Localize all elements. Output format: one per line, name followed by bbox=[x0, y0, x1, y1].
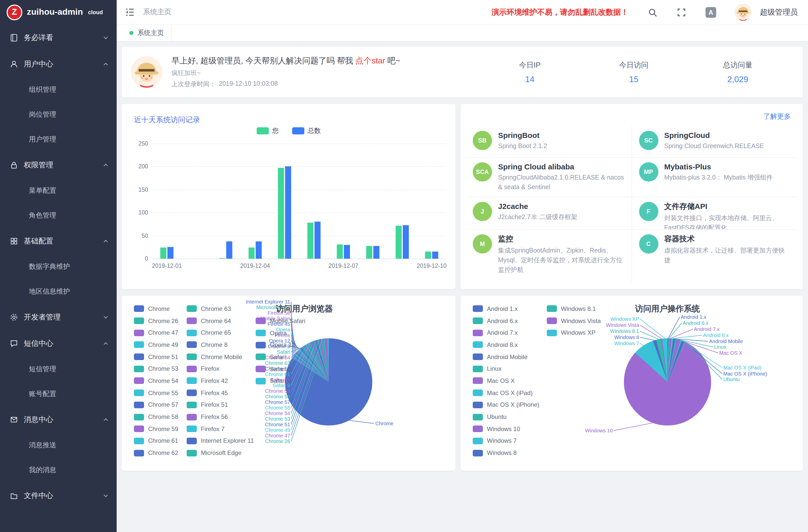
font-size-icon[interactable] bbox=[705, 7, 716, 18]
legend-item[interactable]: Windows 8 bbox=[473, 447, 539, 459]
sidebar-subitem-menu-config[interactable]: 菜单配置 bbox=[0, 178, 117, 203]
sidebar-subitem-post-mgmt[interactable]: 岗位管理 bbox=[0, 102, 117, 127]
legend-item[interactable]: Ubuntu bbox=[473, 411, 539, 423]
legend-item[interactable]: Chrome 54 bbox=[134, 375, 178, 387]
pie-callout-label: Windows 8.1 bbox=[610, 328, 639, 334]
legend-item[interactable]: Chrome 55 bbox=[134, 387, 178, 399]
legend-item[interactable]: Windows 7 bbox=[473, 435, 539, 447]
pie-callout-label: Chrome 54 bbox=[265, 410, 290, 416]
sidebar-subitem-account-config[interactable]: 账号配置 bbox=[0, 381, 117, 406]
stat-value[interactable]: 15 bbox=[582, 74, 686, 84]
legend-label: Microsoft Edge bbox=[201, 450, 241, 456]
sidebar-item-sms-center[interactable]: 短信中心 bbox=[0, 330, 117, 356]
legend-swatch bbox=[473, 329, 483, 336]
tab-home[interactable]: 系统主页 bbox=[122, 25, 172, 41]
bar-group bbox=[211, 144, 240, 259]
sidebar-item-must-read[interactable]: 务必详看 bbox=[0, 24, 117, 51]
avatar[interactable] bbox=[734, 3, 752, 21]
legend-item[interactable]: Firefox 7 bbox=[187, 423, 254, 435]
legend-item[interactable]: Chrome 59 bbox=[134, 423, 178, 435]
fullscreen-icon[interactable] bbox=[677, 7, 686, 17]
legend-item[interactable]: Android 7.x bbox=[473, 327, 539, 339]
sidebar-collapse-icon[interactable] bbox=[125, 7, 135, 17]
legend-item[interactable]: Chrome Mobile bbox=[187, 351, 254, 363]
legend-item[interactable]: Mobile Safari bbox=[256, 315, 305, 327]
legend-item[interactable]: Firefox 51 bbox=[187, 399, 254, 411]
legend-item[interactable]: Chrome 26 bbox=[134, 315, 178, 327]
legend-item[interactable]: Chrome 47 bbox=[134, 327, 178, 339]
legend-swatch bbox=[187, 353, 197, 360]
logo[interactable]: Z zuihou-admin cloud bbox=[0, 0, 117, 24]
legend-label: Linux bbox=[487, 365, 501, 372]
legend-item[interactable]: Safari bbox=[256, 351, 305, 363]
bar-group bbox=[299, 144, 329, 259]
legend-item[interactable]: Mac OS X (iPhone) bbox=[473, 399, 539, 411]
legend-item[interactable]: Windows Vista bbox=[547, 315, 601, 327]
legend-item[interactable]: Safari 9 bbox=[256, 375, 305, 387]
search-icon[interactable] bbox=[648, 7, 657, 17]
star-link[interactable]: 点个star bbox=[355, 56, 385, 65]
sidebar-item-message-center[interactable]: 消息中心 bbox=[0, 406, 117, 433]
legend-item[interactable]: Firefox 45 bbox=[187, 387, 254, 399]
greeting-title: 早上好, 超级管理员, 今天帮别人解决问题了吗 帮我 点个star 吧~ bbox=[171, 56, 400, 66]
sidebar-subitem-message-push[interactable]: 消息推送 bbox=[0, 433, 117, 457]
sidebar-item-basic-config[interactable]: 基础配置 bbox=[0, 228, 117, 254]
legend-label: Chrome 51 bbox=[148, 353, 178, 360]
stat-today-ip: 今日IP14 bbox=[478, 60, 582, 84]
legend-item[interactable]: Chrome 64 bbox=[187, 315, 254, 327]
legend-item[interactable]: Mac OS X (iPad) bbox=[473, 387, 539, 399]
legend-item[interactable]: Windows 8.1 bbox=[547, 303, 601, 315]
legend-item[interactable]: Windows XP bbox=[547, 327, 601, 339]
legend-item[interactable]: Internet Explorer 11 bbox=[187, 435, 254, 447]
legend-item[interactable]: Mac OS X bbox=[473, 375, 539, 387]
legend-item[interactable]: Firefox 42 bbox=[187, 375, 254, 387]
learn-more-link[interactable]: 了解更多 bbox=[764, 112, 791, 121]
stat-value[interactable]: 14 bbox=[478, 74, 582, 84]
legend-item-total[interactable]: 总数 bbox=[292, 126, 321, 135]
sidebar-item-user-center[interactable]: 用户中心 bbox=[0, 51, 117, 77]
sidebar-subitem-org-mgmt[interactable]: 组织管理 bbox=[0, 77, 117, 102]
legend-item[interactable]: Android 1.x bbox=[473, 303, 539, 315]
legend-item[interactable]: Chrome 53 bbox=[134, 363, 178, 375]
legend-item[interactable]: Firefox 56 bbox=[187, 411, 254, 423]
sidebar-item-permission-mgmt[interactable]: 权限管理 bbox=[0, 152, 117, 178]
tech-title: 文件存储API bbox=[664, 202, 791, 212]
legend-item[interactable]: Chrome 58 bbox=[134, 411, 178, 423]
sidebar-subitem-user-mgmt[interactable]: 用户管理 bbox=[0, 127, 117, 152]
sidebar-subitem-dict-maintain[interactable]: 数据字典维护 bbox=[0, 254, 117, 279]
browser-chart-card: 访问用户浏览器 ChromeChrome 26Chrome 47Chrome 4… bbox=[122, 296, 456, 471]
tech-item-container: C容器技术虚拟化容器技术，让迁移、部署更加方便快捷 bbox=[632, 230, 798, 282]
legend-item[interactable]: Chrome bbox=[134, 303, 178, 315]
legend-item[interactable]: Android Mobile bbox=[473, 351, 539, 363]
sidebar-subitem-area-maintain[interactable]: 地区信息维护 bbox=[0, 279, 117, 304]
legend-item[interactable]: Opera bbox=[256, 327, 305, 339]
os-pie[interactable] bbox=[624, 338, 711, 425]
sidebar-item-developer-mgmt[interactable]: 开发者管理 bbox=[0, 304, 117, 330]
legend-item[interactable]: Opera 12 bbox=[256, 339, 305, 351]
sidebar-item-file-center[interactable]: 文件中心 bbox=[0, 482, 117, 509]
legend-item[interactable]: Chrome 63 bbox=[187, 303, 254, 315]
sidebar-subitem-role-mgmt[interactable]: 角色管理 bbox=[0, 203, 117, 228]
legend-item[interactable]: Firefox bbox=[187, 363, 254, 375]
legend-item[interactable]: Chrome 65 bbox=[187, 327, 254, 339]
legend-label: Ubuntu bbox=[487, 413, 507, 420]
callout-line bbox=[614, 423, 652, 430]
legend-item[interactable]: Chrome 62 bbox=[134, 447, 178, 459]
legend-item[interactable]: Linux bbox=[473, 363, 539, 375]
legend-item[interactable]: Safari 11 bbox=[256, 363, 305, 375]
legend-item-you[interactable]: 您 bbox=[256, 126, 279, 135]
legend-item[interactable]: Windows 10 bbox=[473, 423, 539, 435]
legend-item[interactable]: Chrome 61 bbox=[134, 435, 178, 447]
legend-item[interactable]: Chrome 51 bbox=[134, 351, 178, 363]
legend-label: Windows 8.1 bbox=[561, 305, 596, 312]
legend-item[interactable]: Chrome 57 bbox=[134, 399, 178, 411]
legend-item[interactable]: Microsoft Edge bbox=[187, 447, 254, 459]
username[interactable]: 超级管理员 bbox=[760, 7, 798, 17]
stat-value[interactable]: 2,029 bbox=[686, 74, 790, 84]
legend-item[interactable]: Chrome 8 bbox=[187, 339, 254, 351]
sidebar-subitem-my-messages[interactable]: 我的消息 bbox=[0, 457, 117, 482]
sidebar-subitem-sms-mgmt[interactable]: 短信管理 bbox=[0, 356, 117, 381]
legend-item[interactable]: Chrome 49 bbox=[134, 339, 178, 351]
legend-item[interactable]: Android 8.x bbox=[473, 339, 539, 351]
legend-item[interactable]: Android 6.x bbox=[473, 315, 539, 327]
